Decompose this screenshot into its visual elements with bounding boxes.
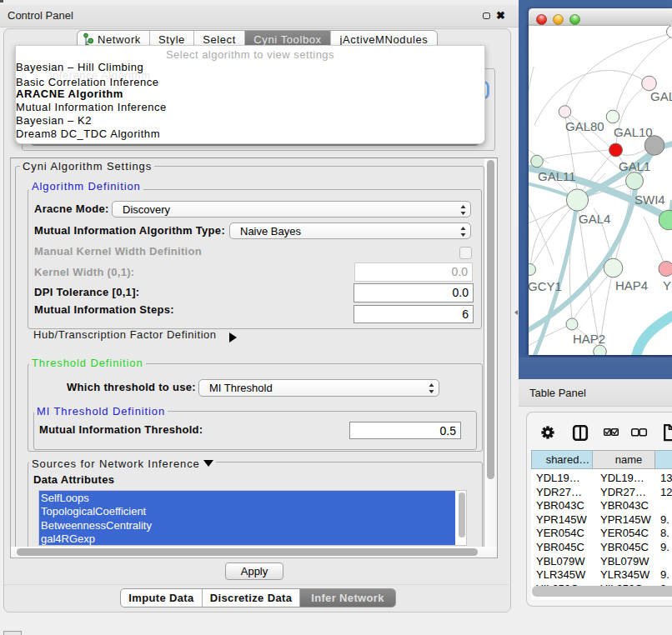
svg-text:GCY1: GCY1 bbox=[529, 279, 562, 293]
svg-text:HAP2: HAP2 bbox=[573, 332, 605, 346]
svg-text:HAP4: HAP4 bbox=[615, 278, 648, 292]
svg-text:Y: Y bbox=[663, 278, 671, 292]
svg-text:GAL4: GAL4 bbox=[579, 212, 610, 226]
svg-text:GAL80: GAL80 bbox=[565, 119, 604, 133]
svg-text:GAL11: GAL11 bbox=[538, 169, 576, 183]
svg-text:GAL1: GAL1 bbox=[619, 159, 650, 173]
svg-text:GAL: GAL bbox=[650, 89, 672, 103]
svg-text:GAL10: GAL10 bbox=[614, 125, 653, 139]
svg-text:SWI4: SWI4 bbox=[634, 192, 665, 207]
